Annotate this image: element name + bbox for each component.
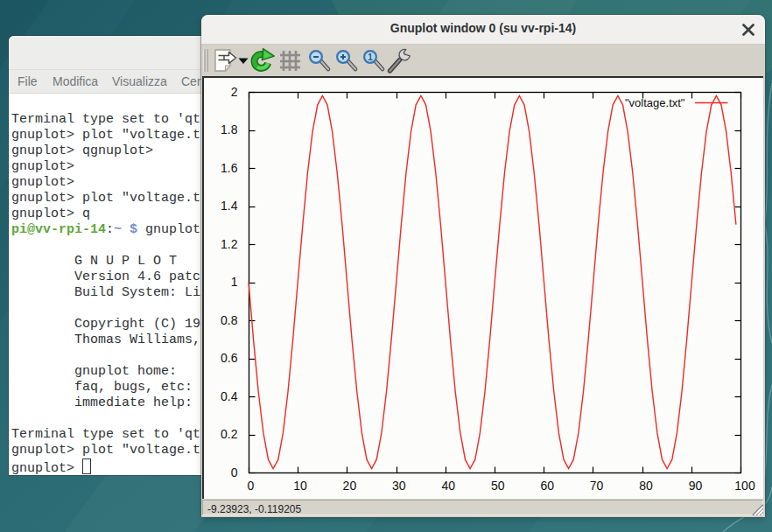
svg-text:"voltage.txt": "voltage.txt" — [625, 96, 685, 109]
svg-text:40: 40 — [442, 479, 456, 493]
svg-text:1.4: 1.4 — [221, 199, 238, 213]
svg-text:100: 100 — [734, 479, 755, 493]
svg-text:50: 50 — [491, 479, 505, 493]
svg-text:0: 0 — [248, 479, 255, 493]
svg-text:10: 10 — [293, 479, 307, 493]
svg-text:1.8: 1.8 — [221, 122, 238, 136]
svg-text:90: 90 — [689, 479, 703, 493]
svg-text:30: 30 — [392, 479, 406, 493]
svg-text:0.8: 0.8 — [221, 313, 238, 327]
svg-text:1: 1 — [368, 52, 373, 62]
svg-text:0.4: 0.4 — [221, 389, 238, 403]
svg-text:70: 70 — [590, 479, 604, 493]
svg-text:0.2: 0.2 — [221, 427, 238, 441]
svg-text:80: 80 — [639, 479, 653, 493]
svg-text:60: 60 — [540, 479, 554, 493]
svg-text:0: 0 — [231, 466, 238, 480]
svg-text:1.6: 1.6 — [221, 161, 238, 175]
svg-text:1.2: 1.2 — [221, 237, 238, 251]
svg-text:20: 20 — [343, 479, 357, 493]
svg-text:2: 2 — [231, 85, 238, 99]
svg-text:0.6: 0.6 — [221, 351, 238, 365]
svg-text:1: 1 — [231, 275, 238, 289]
